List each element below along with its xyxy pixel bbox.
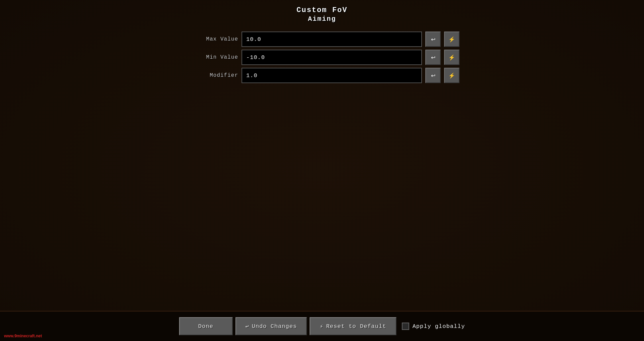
page-container: Custom FoV Aiming Max Value ↩ ⚡ Min Valu… [0, 0, 644, 341]
min-value-label: Min Value [184, 54, 238, 60]
undo-changes-label: Undo Changes [252, 323, 297, 330]
reset-icon: ⚡ [448, 72, 455, 79]
max-value-reset-button[interactable]: ⚡ [444, 32, 460, 47]
modifier-input[interactable] [241, 68, 422, 83]
modifier-row: Modifier ↩ ⚡ [184, 68, 460, 83]
reset-to-default-button[interactable]: ⚡ Reset to Default [310, 317, 396, 335]
max-value-row: Max Value ↩ ⚡ [184, 32, 460, 47]
apply-globally-container: Apply globally [402, 323, 465, 330]
reset-to-default-icon: ⚡ [320, 323, 323, 330]
apply-globally-label: Apply globally [413, 323, 465, 330]
undo-changes-icon: ↩ [246, 323, 249, 330]
page-title-main: Custom FoV [0, 6, 644, 14]
page-title-sub: Aiming [0, 15, 644, 23]
min-value-undo-button[interactable]: ↩ [425, 50, 441, 65]
undo-changes-button[interactable]: ↩ Undo Changes [235, 317, 307, 335]
settings-container: Max Value ↩ ⚡ Min Value ↩ ⚡ [184, 32, 460, 83]
modifier-undo-button[interactable]: ↩ [425, 68, 441, 83]
undo-icon: ↩ [431, 36, 435, 43]
max-value-label: Max Value [184, 36, 238, 42]
apply-globally-checkbox[interactable] [402, 323, 409, 330]
main-content: Max Value ↩ ⚡ Min Value ↩ ⚡ [0, 25, 644, 311]
reset-icon: ⚡ [448, 54, 455, 61]
undo-icon: ↩ [431, 54, 435, 61]
watermark: www.9minecraft.net [4, 334, 42, 338]
min-value-reset-button[interactable]: ⚡ [444, 50, 460, 65]
max-value-undo-button[interactable]: ↩ [425, 32, 441, 47]
reset-icon: ⚡ [448, 36, 455, 43]
modifier-reset-button[interactable]: ⚡ [444, 68, 460, 83]
min-value-row: Min Value ↩ ⚡ [184, 50, 460, 65]
done-button[interactable]: Done [179, 317, 233, 335]
min-value-input[interactable] [241, 50, 422, 65]
header: Custom FoV Aiming [0, 0, 644, 25]
modifier-label: Modifier [184, 72, 238, 78]
undo-icon: ↩ [431, 72, 435, 79]
reset-to-default-label: Reset to Default [326, 323, 386, 330]
max-value-input[interactable] [241, 32, 422, 47]
done-label: Done [198, 323, 213, 330]
bottom-bar: Done ↩ Undo Changes ⚡ Reset to Default A… [0, 311, 644, 341]
